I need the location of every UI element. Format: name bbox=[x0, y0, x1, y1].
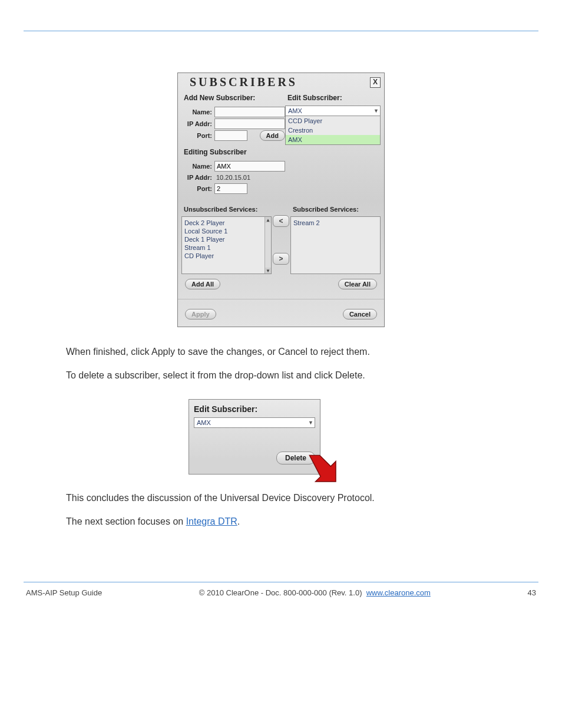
edit-name-input[interactable] bbox=[214, 161, 285, 172]
subscribed-listbox[interactable]: Stream 2 bbox=[290, 216, 381, 274]
cancel-button[interactable]: Cancel bbox=[343, 309, 377, 319]
edit-port-label: Port: bbox=[181, 185, 214, 192]
add-new-subscriber-heading: Add New Subscriber: bbox=[181, 91, 285, 106]
subscribers-dialog: SUBSCRIBERS X Add New Subscriber: Name: … bbox=[177, 73, 385, 327]
footer-link[interactable]: www.clearone.com bbox=[366, 588, 431, 597]
scrollbar[interactable]: ▲ ▼ bbox=[265, 217, 271, 274]
edit-ip-label: IP Addr: bbox=[181, 174, 214, 181]
edit-port-input[interactable] bbox=[214, 183, 247, 194]
close-button[interactable]: X bbox=[370, 77, 381, 88]
footer-center: © 2010 ClearOne - Doc. 800-000-000 (Rev.… bbox=[199, 588, 431, 597]
dropdown-item-selected[interactable]: AMX bbox=[286, 135, 380, 144]
caret-down-icon: ▼ bbox=[373, 108, 379, 114]
body-paragraph: When finished, click Apply to save the c… bbox=[66, 345, 496, 359]
subscribed-heading: Subscribed Services: bbox=[290, 203, 381, 216]
svg-marker-0 bbox=[309, 455, 336, 482]
port-label: Port: bbox=[181, 132, 214, 139]
list-item[interactable]: Deck 1 Player bbox=[184, 236, 263, 243]
body-paragraph: To delete a subscriber, select it from t… bbox=[66, 368, 496, 383]
list-item[interactable]: Deck 2 Player bbox=[184, 219, 263, 226]
list-item[interactable]: CD Player bbox=[184, 252, 263, 259]
edit-subscriber-heading: Edit Subscriber: bbox=[285, 91, 381, 106]
delete-subscriber-panel: Edit Subscriber: AMX ▼ Delete bbox=[189, 399, 320, 475]
editing-subscriber-heading: Editing Subscriber bbox=[181, 146, 285, 160]
apply-button[interactable]: Apply bbox=[185, 309, 216, 319]
clear-all-button[interactable]: Clear All bbox=[338, 279, 377, 289]
subscriber-dropdown-value: AMX bbox=[288, 107, 302, 114]
subscriber-dropdown-list[interactable]: CCD Player Crestron AMX bbox=[285, 116, 381, 145]
closing-paragraph: This concludes the discussion of the Uni… bbox=[66, 491, 496, 505]
add-button[interactable]: Add bbox=[260, 130, 285, 141]
closing-text: The next section focuses on bbox=[66, 516, 186, 526]
footer-center-text: © 2010 ClearOne - Doc. 800-000-000 (Rev.… bbox=[199, 588, 362, 597]
ip-label: IP Addr: bbox=[181, 120, 214, 127]
name-input[interactable] bbox=[214, 107, 285, 117]
edit-name-label: Name: bbox=[181, 163, 214, 170]
unsubscribed-listbox[interactable]: Deck 2 Player Local Source 1 Deck 1 Play… bbox=[181, 216, 272, 274]
port-input[interactable] bbox=[214, 130, 247, 141]
edit-subscriber-heading-2: Edit Subscriber: bbox=[194, 404, 315, 414]
unsubscribed-heading: Unsubscribed Services: bbox=[181, 203, 272, 216]
caret-down-icon: ▼ bbox=[308, 420, 313, 426]
remove-service-button[interactable]: < bbox=[273, 215, 289, 227]
scroll-up-icon[interactable]: ▲ bbox=[265, 217, 271, 223]
dialog-title: SUBSCRIBERS bbox=[190, 75, 297, 89]
dropdown-item[interactable]: CCD Player bbox=[286, 116, 380, 126]
add-all-button[interactable]: Add All bbox=[185, 279, 220, 289]
closing-paragraph: The next section focuses on Integra DTR. bbox=[66, 515, 496, 529]
dropdown-item[interactable]: Crestron bbox=[286, 126, 380, 135]
footer-left: AMS-AIP Setup Guide bbox=[26, 588, 102, 597]
page-footer: AMS-AIP Setup Guide © 2010 ClearOne - Do… bbox=[24, 582, 538, 609]
ip-input[interactable] bbox=[214, 118, 285, 129]
scroll-down-icon[interactable]: ▼ bbox=[265, 268, 271, 274]
arrow-pointer-icon bbox=[301, 447, 343, 492]
footer-page-number: 43 bbox=[528, 588, 536, 597]
next-section-link[interactable]: Integra DTR bbox=[186, 516, 237, 526]
name-label: Name: bbox=[181, 108, 214, 116]
edit-ip-value: 10.20.15.01 bbox=[214, 173, 284, 182]
list-item[interactable]: Stream 2 bbox=[293, 219, 372, 226]
closing-text: . bbox=[237, 516, 240, 526]
list-item[interactable]: Local Source 1 bbox=[184, 228, 263, 235]
subscriber-dropdown[interactable]: AMX ▼ bbox=[285, 106, 381, 116]
delete-dropdown-value: AMX bbox=[197, 419, 211, 426]
list-item[interactable]: Stream 1 bbox=[184, 244, 263, 251]
delete-dropdown[interactable]: AMX ▼ bbox=[194, 417, 315, 428]
add-service-button[interactable]: > bbox=[273, 253, 289, 265]
